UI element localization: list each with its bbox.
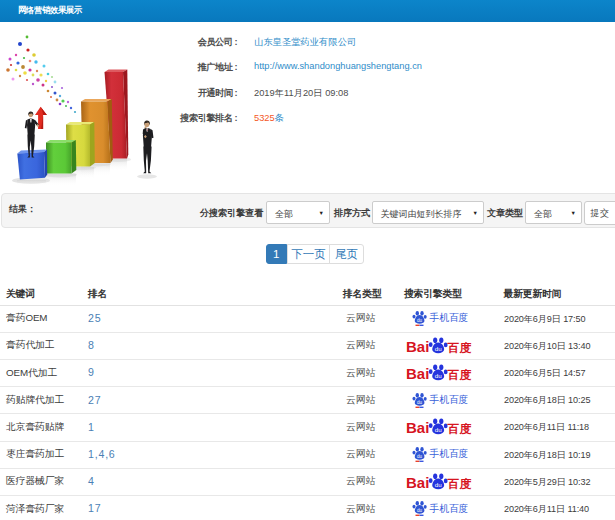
svg-text:du: du: [417, 318, 423, 323]
svg-text:百度: 百度: [447, 341, 472, 355]
svg-text:du: du: [435, 427, 442, 434]
svg-text:du: du: [435, 345, 442, 352]
svg-text:Bai: Bai: [406, 473, 429, 490]
svg-text:Bai: Bai: [406, 365, 429, 382]
svg-text:百度: 百度: [447, 368, 472, 382]
svg-text:du: du: [435, 372, 442, 379]
svg-text:百度: 百度: [447, 477, 472, 491]
svg-text:百度: 百度: [447, 422, 472, 436]
svg-text:Bai: Bai: [406, 419, 429, 436]
svg-text:du: du: [435, 481, 442, 488]
svg-text:du: du: [417, 508, 423, 513]
svg-text:du: du: [417, 454, 423, 459]
svg-text:du: du: [417, 400, 423, 405]
svg-text:Bai: Bai: [406, 337, 429, 354]
